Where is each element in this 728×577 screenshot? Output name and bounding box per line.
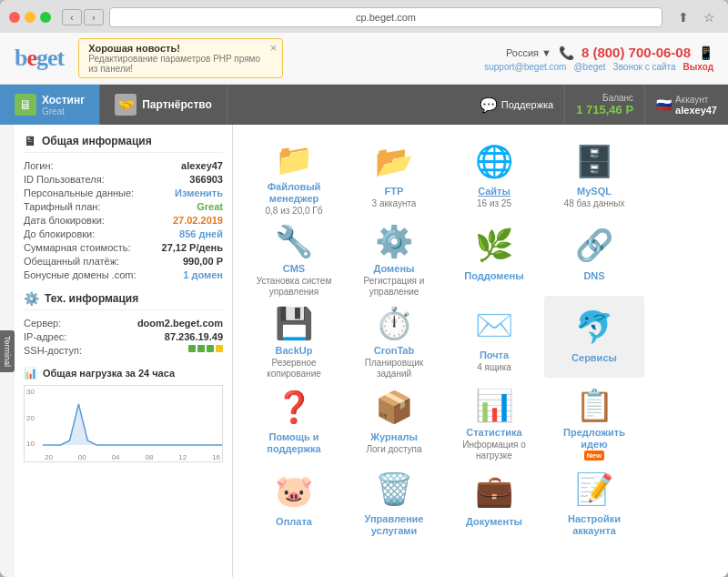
grid-item-mysql[interactable]: 🗄️ MySQL 48 баз данных bbox=[544, 132, 644, 214]
maximize-button[interactable] bbox=[40, 12, 51, 23]
ftp-icon: 📂 bbox=[372, 141, 416, 182]
nav-partners[interactable]: 🤝 Партнёрство bbox=[100, 85, 228, 125]
cms-icon: 🔧 bbox=[272, 223, 316, 259]
info-row: Суммарная стоимость:27,12 Р/день bbox=[24, 242, 223, 253]
exit-link[interactable]: Выход bbox=[683, 62, 713, 72]
support-icon: 💬 bbox=[480, 96, 498, 114]
nav-support[interactable]: 💬 Поддержка bbox=[469, 85, 564, 125]
partners-icon: 🤝 bbox=[115, 94, 136, 116]
grid-item-suggest[interactable]: 📋 Предложить идею New bbox=[544, 378, 644, 460]
general-info-title: Общая информация bbox=[42, 135, 152, 147]
mobile-icon: 📱 bbox=[698, 46, 713, 60]
notification-close[interactable]: × bbox=[270, 41, 278, 55]
balance-label: Баланс bbox=[602, 93, 633, 103]
balance-amount: 1 715,46 Р bbox=[576, 103, 633, 116]
suggest-icon: 📋 bbox=[572, 387, 616, 423]
grid-item-file-manager[interactable]: 📁 Файловый менеджер 0,8 из 20,0 Гб bbox=[244, 132, 344, 214]
phone-icon: 📞 bbox=[559, 46, 574, 60]
minimize-button[interactable] bbox=[25, 12, 35, 23]
dns-icon: 🔗 bbox=[572, 223, 616, 267]
partners-title: Партнёрство bbox=[142, 98, 212, 111]
hosting-sub: Great bbox=[42, 106, 85, 116]
grid-item-account-settings[interactable]: 📝 Настройки аккаунта bbox=[544, 460, 644, 542]
grid-item-crontab[interactable]: ⏱️ CronTab Планировщик заданий bbox=[344, 296, 444, 378]
notification-body: Редактирование параметров PHP прямо из п… bbox=[88, 54, 260, 74]
hosting-icon: 🖥 bbox=[15, 94, 36, 116]
share-button[interactable]: ⬆ bbox=[673, 7, 693, 27]
general-info-icon: 🖥 bbox=[24, 134, 36, 148]
support-call[interactable]: Звонок с сайта bbox=[613, 62, 676, 72]
tech-row: Сервер:doom2.beget.com bbox=[24, 318, 223, 329]
tech-row: SSH-доступ: bbox=[24, 345, 223, 356]
grid-item-payment[interactable]: 🐷 Оплата bbox=[244, 460, 344, 542]
grid-item-subdomains[interactable]: 🌿 Поддомены bbox=[444, 214, 544, 296]
nav-bar: 🖥 Хостинг Great 🤝 Партнёрство 💬 Поддержк… bbox=[0, 85, 728, 125]
chart-title-text: Общая нагрузка за 24 часа bbox=[43, 368, 175, 379]
tech-info-icon: ⚙️ bbox=[24, 291, 39, 306]
tech-info-section: ⚙️ Тех. информация Сервер:doom2.beget.co… bbox=[24, 291, 223, 356]
grid-item-cms[interactable]: 🔧 CMS Установка систем управления bbox=[244, 214, 344, 296]
info-row: Тарифный план:Great bbox=[24, 201, 223, 212]
general-info-section: 🖥 Общая информация Логин:alexey47ID Поль… bbox=[24, 134, 223, 280]
manage-services-icon: 🗑️ bbox=[372, 469, 416, 510]
nav-balance[interactable]: Баланс 1 715,46 Р bbox=[564, 85, 644, 125]
backup-icon: 💾 bbox=[272, 305, 316, 341]
back-button[interactable]: ‹ bbox=[62, 9, 82, 25]
notification-title: Хорошая новость! bbox=[88, 43, 260, 54]
phone-number: 8 (800) 700-06-08 bbox=[581, 45, 691, 60]
info-row: Персональные данные:Изменить bbox=[24, 187, 223, 198]
grid-item-dns[interactable]: 🔗 DNS bbox=[544, 214, 644, 296]
account-label: Аккаунт bbox=[675, 95, 717, 105]
tech-row: IP-адрес:87.236.19.49 bbox=[24, 331, 223, 342]
info-row: ID Пользователя:366903 bbox=[24, 174, 223, 185]
chart-svg bbox=[43, 386, 222, 450]
mysql-icon: 🗄️ bbox=[572, 141, 616, 182]
subdomains-icon: 🌿 bbox=[472, 223, 516, 267]
sites-icon: 🌐 bbox=[472, 141, 516, 182]
forward-button[interactable]: › bbox=[84, 9, 104, 25]
grid-item-domains[interactable]: ⚙️ Домены Регистрация и управление bbox=[344, 214, 444, 296]
terminal-label: Terminal bbox=[3, 335, 12, 366]
chart-x-labels: 200004081216 bbox=[43, 453, 222, 461]
bookmark-button[interactable]: ☆ bbox=[699, 7, 719, 27]
info-row: Обещанный платёж:990,00 Р bbox=[24, 256, 223, 267]
address-bar[interactable]: cp.beget.com bbox=[109, 7, 662, 27]
nav-account[interactable]: 🇷🇺 Аккаунт alexey47 bbox=[644, 85, 728, 125]
support-twitter[interactable]: @beget bbox=[573, 62, 605, 72]
account-settings-icon: 📝 bbox=[572, 469, 616, 510]
grid-item-services[interactable]: 🐬 Сервисы bbox=[544, 296, 644, 378]
nav-hosting[interactable]: 🖥 Хостинг Great bbox=[0, 85, 100, 125]
file-manager-icon: 📁 bbox=[272, 141, 316, 177]
grid-item-mail[interactable]: ✉️ Почта 4 ящика bbox=[444, 296, 544, 378]
payment-icon: 🐷 bbox=[272, 469, 316, 512]
services-icon: 🐬 bbox=[572, 305, 616, 349]
chart-section: 📊 Общая нагрузка за 24 часа 30 20 10 bbox=[24, 367, 223, 462]
chart-icon: 📊 bbox=[24, 367, 37, 380]
grid-item-docs[interactable]: 💼 Документы bbox=[444, 460, 544, 542]
docs-icon: 💼 bbox=[472, 469, 516, 512]
grid-item-manage-services[interactable]: 🗑️ Управление услугами bbox=[344, 460, 444, 542]
tech-info-title: Тех. информация bbox=[45, 292, 138, 305]
mail-icon: ✉️ bbox=[472, 305, 516, 346]
grid-item-logs[interactable]: 📦 Журналы Логи доступа bbox=[344, 378, 444, 460]
help-icon: ❓ bbox=[272, 387, 316, 428]
info-row: Бонусные домены .com:1 домен bbox=[24, 269, 223, 280]
hosting-title: Хостинг bbox=[42, 94, 85, 106]
notification-box: Хорошая новость! Редактирование параметр… bbox=[78, 38, 283, 78]
grid-item-backup[interactable]: 💾 BackUp Резервное копирование bbox=[244, 296, 344, 378]
terminal-tab[interactable]: Terminal bbox=[0, 329, 15, 371]
info-row: До блокировки:856 дней bbox=[24, 228, 223, 239]
sidebar: 🖥 Общая информация Логин:alexey47ID Поль… bbox=[15, 125, 233, 577]
icon-grid: 📁 Файловый менеджер 0,8 из 20,0 Гб 📂 FTP… bbox=[233, 125, 728, 577]
close-button[interactable] bbox=[9, 12, 20, 23]
grid-item-help[interactable]: ❓ Помощь и поддержка bbox=[244, 378, 344, 460]
crontab-icon: ⏱️ bbox=[372, 305, 416, 341]
grid-item-sites[interactable]: 🌐 Сайты 16 из 25 bbox=[444, 132, 544, 214]
country-selector[interactable]: Россия ▼ bbox=[506, 47, 551, 58]
logs-icon: 📦 bbox=[372, 387, 416, 428]
support-email[interactable]: support@beget.com bbox=[484, 62, 566, 72]
grid-item-stats[interactable]: 📊 Статистика Информация о нагрузке bbox=[444, 378, 544, 460]
grid-item-ftp[interactable]: 📂 FTP 3 аккаунта bbox=[344, 132, 444, 214]
logo: beget bbox=[15, 45, 64, 72]
stats-icon: 📊 bbox=[472, 387, 516, 423]
